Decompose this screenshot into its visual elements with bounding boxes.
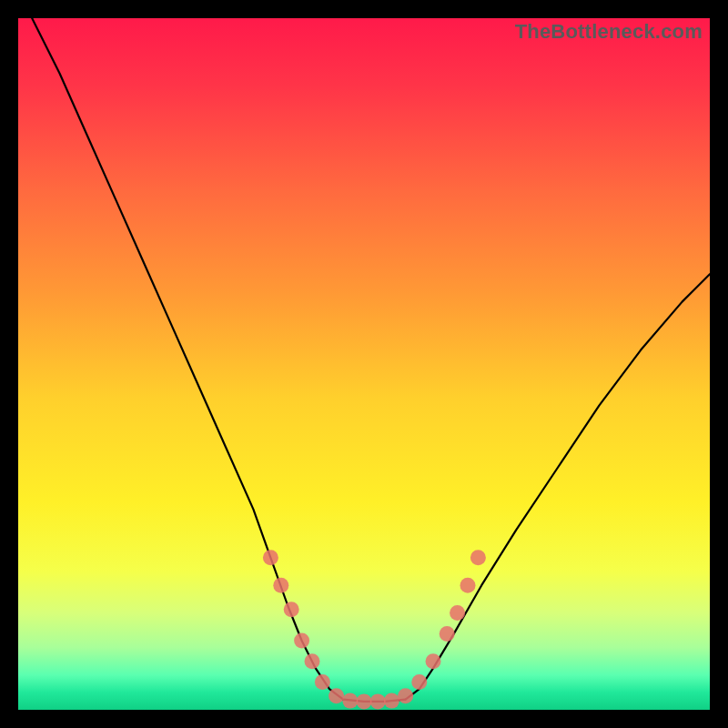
curve-marker [342,693,358,709]
curve-marker [315,674,330,690]
curve-marker [294,633,309,649]
curve-marker [426,653,441,669]
curve-marker [411,674,427,690]
curve-marker [440,626,455,642]
curve-marker [273,578,288,593]
plot-area [18,18,710,710]
curve-marker [370,693,386,709]
left-curve [32,18,343,700]
curve-marker [460,578,476,593]
curve-marker [470,550,486,565]
curve-marker [263,550,278,565]
curve-marker [305,653,320,669]
curve-marker [329,688,344,703]
watermark-text: TheBottleneck.com [515,20,703,44]
chart-frame: TheBottleneck.com [0,0,728,728]
curve-marker [284,602,299,617]
curve-marker [357,693,372,709]
curve-marker [450,605,465,621]
curve-marker [398,688,413,703]
curve-layer [18,18,710,710]
curve-marker [384,693,399,709]
